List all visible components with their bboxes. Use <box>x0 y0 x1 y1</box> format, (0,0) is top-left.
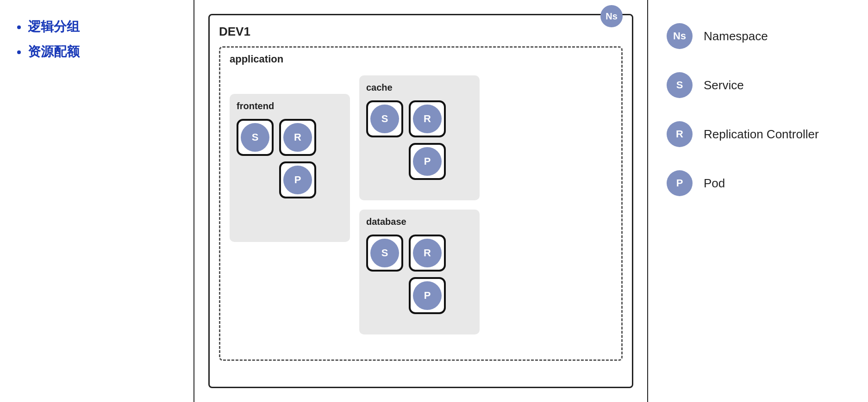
legend-service: S Service <box>667 72 849 98</box>
frontend-service-icon: S <box>237 119 274 156</box>
cache-r-square: R <box>409 100 446 137</box>
bullet-item-2: 资源配额 <box>28 43 180 60</box>
database-s-badge: S <box>370 239 399 267</box>
legend-r-label: Replication Controller <box>704 127 819 142</box>
frontend-p-badge: P <box>283 166 312 194</box>
frontend-p-square: P <box>279 161 316 198</box>
app-title: application <box>230 53 283 65</box>
database-r-badge: R <box>413 239 442 267</box>
cache-icons: S R P <box>366 100 473 180</box>
legend-ns-badge: Ns <box>667 23 693 49</box>
right-groups: cache S R P <box>359 75 612 350</box>
diagram-panel: Ns DEV1 application frontend S <box>194 0 648 402</box>
database-service-icon: S <box>366 235 403 272</box>
namespace-title: DEV1 <box>219 25 623 39</box>
legend-pod: P Pod <box>667 170 849 196</box>
legend-namespace: Ns Namespace <box>667 23 849 49</box>
bullet-item-1: 逻辑分组 <box>28 19 180 35</box>
database-rp-col: R P <box>409 235 446 314</box>
cache-p-badge: P <box>413 147 442 176</box>
frontend-icons: S R P <box>237 119 343 198</box>
cache-s-square: S <box>366 100 403 137</box>
database-s-square: S <box>366 235 403 272</box>
frontend-r-badge: R <box>283 123 312 152</box>
database-title: database <box>366 216 473 227</box>
database-p-badge: P <box>413 281 442 310</box>
legend-s-badge: S <box>667 72 693 98</box>
legend-p-badge: P <box>667 170 693 196</box>
frontend-title: frontend <box>237 101 343 111</box>
cache-group: cache S R P <box>359 75 480 200</box>
database-group: database S R P <box>359 210 480 334</box>
bullet-list: 逻辑分组 资源配额 <box>14 19 180 69</box>
left-panel: 逻辑分组 资源配额 <box>0 0 194 402</box>
cache-rp-col: R P <box>409 100 446 180</box>
legend-panel: Ns Namespace S Service R Replication Con… <box>648 0 868 402</box>
cache-r-badge: R <box>413 105 442 133</box>
cache-s-badge: S <box>370 105 399 133</box>
ns-badge-diagram: Ns <box>600 5 623 27</box>
legend-p-label: Pod <box>704 176 725 191</box>
cache-p-square: P <box>409 143 446 180</box>
namespace-box: Ns DEV1 application frontend S <box>208 14 633 388</box>
database-p-square: P <box>409 277 446 314</box>
frontend-s-badge: S <box>241 123 269 152</box>
database-icons: S R P <box>366 235 473 314</box>
cache-title: cache <box>366 82 473 93</box>
frontend-group: frontend S R P <box>230 94 350 242</box>
frontend-rp-col: R P <box>279 119 316 198</box>
legend-ns-label: Namespace <box>704 29 768 43</box>
legend-s-label: Service <box>704 78 744 93</box>
database-r-square: R <box>409 235 446 272</box>
legend-replication: R Replication Controller <box>667 121 849 147</box>
frontend-s-square: S <box>237 119 274 156</box>
cache-service-icon: S <box>366 100 403 137</box>
legend-r-badge: R <box>667 121 693 147</box>
application-box: application frontend S R <box>219 46 623 361</box>
frontend-r-square: R <box>279 119 316 156</box>
